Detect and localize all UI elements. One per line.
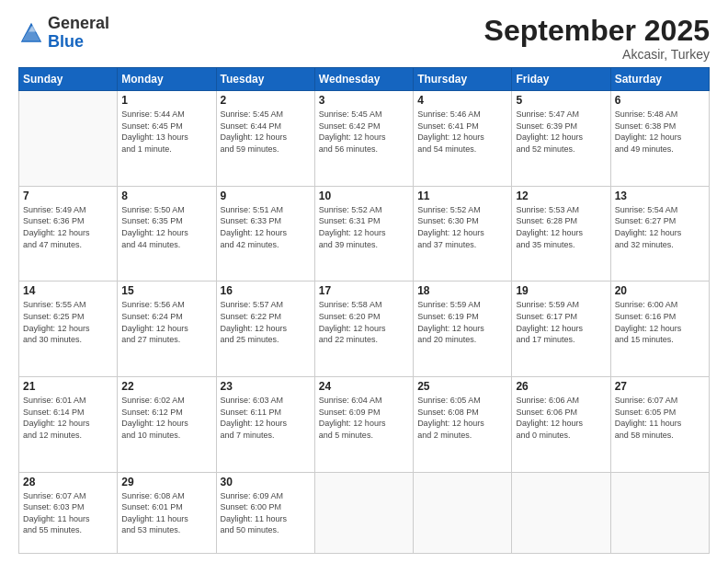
week-row-1: 1Sunrise: 5:44 AM Sunset: 6:45 PM Daylig… (19, 91, 710, 187)
day-info: Sunrise: 5:59 AM Sunset: 6:19 PM Dayligh… (417, 299, 507, 345)
day-info: Sunrise: 5:52 AM Sunset: 6:31 PM Dayligh… (319, 204, 409, 250)
day-number: 5 (516, 94, 606, 107)
week-row-5: 28Sunrise: 6:07 AM Sunset: 6:03 PM Dayli… (19, 472, 710, 553)
day-number: 16 (221, 284, 311, 297)
day-info: Sunrise: 6:02 AM Sunset: 6:12 PM Dayligh… (121, 395, 211, 441)
day-info: Sunrise: 6:09 AM Sunset: 6:00 PM Dayligh… (221, 490, 311, 536)
day-info: Sunrise: 5:45 AM Sunset: 6:44 PM Dayligh… (221, 109, 311, 155)
day-number: 26 (516, 380, 606, 393)
week-row-2: 7Sunrise: 5:49 AM Sunset: 6:36 PM Daylig… (19, 186, 710, 282)
day-info: Sunrise: 5:45 AM Sunset: 6:42 PM Dayligh… (319, 109, 409, 155)
day-info: Sunrise: 6:07 AM Sunset: 6:03 PM Dayligh… (23, 490, 113, 536)
day-number: 20 (615, 284, 705, 297)
day-number: 10 (319, 190, 409, 202)
day-number: 29 (121, 476, 211, 488)
day-cell: 13Sunrise: 5:54 AM Sunset: 6:27 PM Dayli… (610, 186, 709, 282)
day-number: 18 (417, 284, 507, 297)
logo-blue: Blue (48, 32, 84, 51)
logo-icon (18, 20, 44, 46)
logo: General Blue (18, 15, 109, 52)
day-cell: 8Sunrise: 5:50 AM Sunset: 6:35 PM Daylig… (118, 186, 216, 282)
day-cell: 16Sunrise: 5:57 AM Sunset: 6:22 PM Dayli… (216, 282, 314, 377)
day-cell: 30Sunrise: 6:09 AM Sunset: 6:00 PM Dayli… (216, 472, 314, 553)
day-cell: 26Sunrise: 6:06 AM Sunset: 6:06 PM Dayli… (512, 377, 610, 473)
col-friday: Friday (512, 68, 610, 91)
day-cell (314, 472, 413, 553)
day-cell: 19Sunrise: 5:59 AM Sunset: 6:17 PM Dayli… (512, 282, 610, 377)
day-cell: 21Sunrise: 6:01 AM Sunset: 6:14 PM Dayli… (19, 377, 118, 473)
day-number: 4 (417, 94, 507, 107)
day-info: Sunrise: 5:57 AM Sunset: 6:22 PM Dayligh… (221, 299, 311, 345)
day-info: Sunrise: 5:58 AM Sunset: 6:20 PM Dayligh… (319, 299, 409, 345)
day-info: Sunrise: 5:48 AM Sunset: 6:38 PM Dayligh… (615, 109, 705, 155)
day-cell: 9Sunrise: 5:51 AM Sunset: 6:33 PM Daylig… (216, 186, 314, 282)
day-number: 27 (615, 380, 705, 393)
day-cell: 12Sunrise: 5:53 AM Sunset: 6:28 PM Dayli… (512, 186, 610, 282)
day-info: Sunrise: 6:05 AM Sunset: 6:08 PM Dayligh… (417, 395, 507, 441)
day-number: 7 (23, 190, 113, 202)
day-cell: 7Sunrise: 5:49 AM Sunset: 6:36 PM Daylig… (19, 186, 118, 282)
day-cell: 20Sunrise: 6:00 AM Sunset: 6:16 PM Dayli… (610, 282, 709, 377)
day-info: Sunrise: 5:59 AM Sunset: 6:17 PM Dayligh… (516, 299, 606, 345)
day-number: 30 (221, 476, 311, 488)
location-subtitle: Akcasir, Turkey (484, 47, 710, 62)
week-row-3: 14Sunrise: 5:55 AM Sunset: 6:25 PM Dayli… (19, 282, 710, 377)
day-info: Sunrise: 5:44 AM Sunset: 6:45 PM Dayligh… (121, 109, 211, 155)
day-number: 17 (319, 284, 409, 297)
calendar-header-row: Sunday Monday Tuesday Wednesday Thursday… (19, 68, 710, 91)
logo-text: General Blue (48, 15, 109, 52)
day-info: Sunrise: 5:54 AM Sunset: 6:27 PM Dayligh… (615, 204, 705, 250)
day-cell: 28Sunrise: 6:07 AM Sunset: 6:03 PM Dayli… (19, 472, 118, 553)
day-number: 14 (23, 284, 113, 297)
day-cell: 1Sunrise: 5:44 AM Sunset: 6:45 PM Daylig… (118, 91, 216, 187)
day-number: 28 (23, 476, 113, 488)
day-cell: 2Sunrise: 5:45 AM Sunset: 6:44 PM Daylig… (216, 91, 314, 187)
day-info: Sunrise: 5:56 AM Sunset: 6:24 PM Dayligh… (121, 299, 211, 345)
day-info: Sunrise: 6:03 AM Sunset: 6:11 PM Dayligh… (221, 395, 311, 441)
day-cell (512, 472, 610, 553)
calendar-table: Sunday Monday Tuesday Wednesday Thursday… (18, 67, 710, 554)
day-info: Sunrise: 6:06 AM Sunset: 6:06 PM Dayligh… (516, 395, 606, 441)
page: General Blue September 2025 Akcasir, Tur… (0, 0, 728, 563)
day-cell: 14Sunrise: 5:55 AM Sunset: 6:25 PM Dayli… (19, 282, 118, 377)
col-sunday: Sunday (19, 68, 118, 91)
day-number: 23 (221, 380, 311, 393)
day-number: 19 (516, 284, 606, 297)
day-cell: 29Sunrise: 6:08 AM Sunset: 6:01 PM Dayli… (118, 472, 216, 553)
day-info: Sunrise: 5:46 AM Sunset: 6:41 PM Dayligh… (417, 109, 507, 155)
day-number: 24 (319, 380, 409, 393)
day-info: Sunrise: 6:01 AM Sunset: 6:14 PM Dayligh… (23, 395, 113, 441)
title-section: September 2025 Akcasir, Turkey (484, 15, 710, 62)
day-cell: 4Sunrise: 5:46 AM Sunset: 6:41 PM Daylig… (414, 91, 512, 187)
day-number: 22 (121, 380, 211, 393)
day-number: 3 (319, 94, 409, 107)
day-info: Sunrise: 6:07 AM Sunset: 6:05 PM Dayligh… (615, 395, 705, 441)
day-info: Sunrise: 5:52 AM Sunset: 6:30 PM Dayligh… (417, 204, 507, 250)
day-info: Sunrise: 5:51 AM Sunset: 6:33 PM Dayligh… (221, 204, 311, 250)
day-number: 6 (615, 94, 705, 107)
day-info: Sunrise: 6:04 AM Sunset: 6:09 PM Dayligh… (319, 395, 409, 441)
day-number: 13 (615, 190, 705, 202)
day-info: Sunrise: 5:55 AM Sunset: 6:25 PM Dayligh… (23, 299, 113, 345)
month-title: September 2025 (484, 15, 710, 47)
day-info: Sunrise: 5:53 AM Sunset: 6:28 PM Dayligh… (516, 204, 606, 250)
day-cell: 23Sunrise: 6:03 AM Sunset: 6:11 PM Dayli… (216, 377, 314, 473)
col-thursday: Thursday (414, 68, 512, 91)
day-info: Sunrise: 5:49 AM Sunset: 6:36 PM Dayligh… (23, 204, 113, 250)
day-cell: 17Sunrise: 5:58 AM Sunset: 6:20 PM Dayli… (314, 282, 413, 377)
day-number: 1 (121, 94, 211, 107)
day-cell (414, 472, 512, 553)
day-cell: 11Sunrise: 5:52 AM Sunset: 6:30 PM Dayli… (414, 186, 512, 282)
week-row-4: 21Sunrise: 6:01 AM Sunset: 6:14 PM Dayli… (19, 377, 710, 473)
col-tuesday: Tuesday (216, 68, 314, 91)
day-cell: 3Sunrise: 5:45 AM Sunset: 6:42 PM Daylig… (314, 91, 413, 187)
day-cell (19, 91, 118, 187)
day-info: Sunrise: 5:50 AM Sunset: 6:35 PM Dayligh… (121, 204, 211, 250)
day-cell: 18Sunrise: 5:59 AM Sunset: 6:19 PM Dayli… (414, 282, 512, 377)
day-cell: 24Sunrise: 6:04 AM Sunset: 6:09 PM Dayli… (314, 377, 413, 473)
day-cell: 5Sunrise: 5:47 AM Sunset: 6:39 PM Daylig… (512, 91, 610, 187)
day-info: Sunrise: 6:08 AM Sunset: 6:01 PM Dayligh… (121, 490, 211, 536)
day-number: 9 (221, 190, 311, 202)
day-number: 12 (516, 190, 606, 202)
logo-general: General (48, 14, 109, 32)
